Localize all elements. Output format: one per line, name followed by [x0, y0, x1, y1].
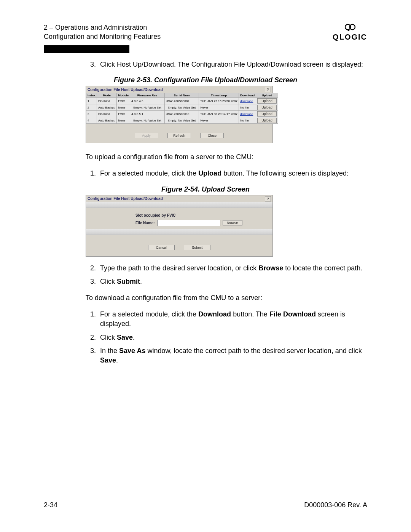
cell: No file [239, 117, 256, 124]
col-dl: Download [239, 93, 256, 98]
cell: TUE JAN 30 20:14:17 2007 [199, 111, 239, 117]
cell: No file [239, 104, 256, 111]
header-right: QLOGIC [333, 23, 367, 42]
table-row: 3 Disabled FVIC 4.0.0.5.1 USA1230S00010 … [86, 111, 278, 117]
figure-2-53-caption: Figure 2-53. Configuration File Upload/D… [44, 76, 367, 84]
figure-2-53: Configuration File Host Upload/Download … [86, 86, 273, 143]
browse-button[interactable]: Browse [223, 220, 242, 225]
text-bold: Save [117, 334, 133, 341]
figure-2-54-caption: Figure 2-54. Upload Screen [44, 185, 367, 193]
refresh-button[interactable]: Refresh [167, 133, 191, 138]
download-link[interactable]: download [240, 112, 253, 116]
cell: 3 [86, 111, 97, 117]
download-step-2: Click Save. [98, 333, 367, 342]
upload-step-2: Type the path to the desired server loca… [98, 264, 367, 273]
page-header: 2 – Operations and Administration Config… [44, 23, 367, 42]
page-footer: 2-34 D000003-006 Rev. A [44, 501, 367, 509]
config-table: Index Mode Module Firmware Rev Serial Nu… [86, 93, 278, 124]
cell: Auto Backup [97, 117, 116, 124]
upload-button[interactable]: Upload [257, 105, 277, 110]
help-icon[interactable]: ? [265, 196, 271, 201]
cell: Never [199, 104, 239, 111]
text: Type the path to the desired server loca… [100, 264, 258, 272]
slot-occupied-label: Slot occupied by FVIC [135, 213, 272, 217]
cell: - Empty: No Value Set - [164, 104, 199, 111]
text: window, locate the correct path to the d… [145, 347, 362, 355]
cell: Disabled [97, 98, 116, 104]
text: Click [100, 278, 117, 285]
doc-revision: D000003-006 Rev. A [304, 501, 367, 509]
header-line2: Configuration and Monitoring Features [44, 32, 161, 41]
cell: download [239, 111, 256, 117]
text-bold: Save As [119, 347, 145, 355]
cell: None [117, 104, 130, 111]
col-sn: Serial Num [164, 93, 199, 98]
table-row: 4 Auto Backup None - Empty: No Value Set… [86, 117, 278, 124]
text: button. The following screen is displaye… [221, 169, 349, 177]
header-line1: 2 – Operations and Administration [44, 23, 161, 32]
upload-step-1: For a selected module, click the Upload … [98, 169, 367, 178]
close-button[interactable]: Close [200, 133, 224, 138]
text: Click [100, 334, 117, 341]
cell: - Empty: No Value Set - [164, 117, 199, 124]
file-name-input[interactable] [157, 220, 220, 226]
fig54-title: Configuration File Host Upload/Download [88, 197, 163, 201]
cancel-button[interactable]: Cancel [148, 245, 175, 250]
text: button. The [231, 310, 269, 318]
text-bold: Save [100, 356, 116, 364]
cell: Auto Backup [97, 104, 116, 111]
download-link[interactable]: download [240, 99, 253, 103]
upload-button[interactable]: Upload [257, 111, 277, 117]
download-step-3: In the Save As window, locate the correc… [98, 346, 367, 365]
text-bold: Submit [117, 278, 140, 285]
cell: Never [199, 117, 239, 124]
cell: 4.0.0.4.3 [130, 98, 164, 104]
col-ul: Upload [256, 93, 278, 98]
cell: FVIC [117, 111, 130, 117]
text: . [140, 278, 142, 285]
figure-2-54: Configuration File Host Upload/Download … [86, 195, 273, 257]
col-ts: Timestamp [199, 93, 239, 98]
gradient-bar [86, 202, 272, 208]
text: In the [100, 347, 119, 355]
cell: USA1230S00010 [164, 111, 199, 117]
upload-button[interactable]: Upload [257, 98, 277, 104]
cell: Upload [256, 117, 278, 124]
submit-button[interactable]: Submit [184, 245, 210, 250]
text-bold: Browse [258, 264, 283, 272]
upload-button[interactable]: Upload [257, 118, 277, 123]
text: to locate the correct path. [283, 264, 362, 272]
col-mode: Mode [97, 93, 116, 98]
upload-step-3: Click Submit. [98, 277, 367, 286]
col-fw: Firmware Rev [130, 93, 164, 98]
qlogic-logo-icon [333, 23, 367, 33]
qlogic-brand-text: QLOGIC [333, 33, 367, 41]
col-module: Module [117, 93, 130, 98]
cell: Upload [256, 104, 278, 111]
col-index: Index [86, 93, 97, 98]
cell: FVIC [117, 98, 130, 104]
cell: 1 [86, 98, 97, 104]
cell: Disabled [97, 111, 116, 117]
redaction-bar [44, 45, 129, 53]
text: . [116, 356, 118, 364]
upload-intro: To upload a configuration file from a se… [86, 152, 367, 162]
table-row: 2 Auto Backup None - Empty: No Value Set… [86, 104, 278, 111]
file-name-label: File Name: [135, 221, 155, 225]
page-number: 2-34 [44, 501, 57, 509]
fig53-title: Configuration File Host Upload/Download [88, 88, 163, 92]
gradient-bar [86, 229, 272, 235]
text: For a selected module, click the [100, 169, 198, 177]
apply-button[interactable]: Apply [135, 133, 158, 138]
download-intro: To download a configuration file from th… [86, 293, 367, 303]
cell: Upload [256, 98, 278, 104]
cell: - Empty: No Value Set - [130, 117, 164, 124]
help-icon[interactable]: ? [265, 87, 271, 92]
download-step-1: For a selected module, click the Downloa… [98, 310, 367, 329]
text-bold: File Download [269, 310, 316, 318]
text-bold: Download [198, 310, 231, 318]
cell: Upload [256, 111, 278, 117]
table-row: 1 Disabled FVIC 4.0.0.4.3 USA1430S00007 … [86, 98, 278, 104]
cell: None [117, 117, 130, 124]
text-bold: Upload [198, 169, 221, 177]
